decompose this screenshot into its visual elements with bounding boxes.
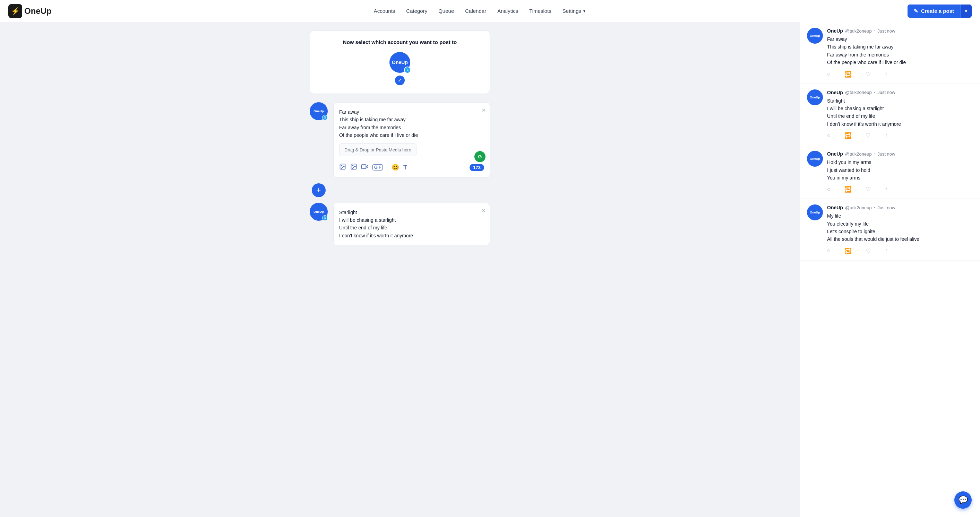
nav-queue[interactable]: Queue <box>438 8 454 14</box>
header: ⚡ OneUp Accounts Category Queue Calendar… <box>0 0 980 22</box>
grammarly-button-1[interactable]: G <box>474 151 485 162</box>
share-action-2[interactable]: ↑ <box>885 132 888 139</box>
preview-avatar-3: OneUp <box>807 151 823 167</box>
nav-category[interactable]: Category <box>406 8 427 14</box>
preview-meta-3: OneUp @talk2oneup · Just now Hold you in… <box>827 151 973 193</box>
post-toolbar-1: GIF 😊 T 173 <box>339 163 484 172</box>
main-content: Now select which account you want to pos… <box>0 22 980 517</box>
post-text-2[interactable]: Starlight I will be chasing a starlight … <box>339 209 484 240</box>
char-count-1: 173 <box>469 164 484 171</box>
preview-name-1: OneUp <box>827 28 843 33</box>
preview-avatar-1: OneUp <box>807 28 823 44</box>
retweet-icon: 🔁 <box>845 71 852 78</box>
post-card-2: × Starlight I will be chasing a starligh… <box>333 203 490 246</box>
retweet-action-4[interactable]: 🔁 <box>845 247 852 255</box>
side-avatar-wrap-2: OneUp 𝕏 <box>310 203 328 246</box>
comment-action-3[interactable]: ○ <box>827 186 830 193</box>
preview-time-1: Just now <box>877 29 895 33</box>
logo[interactable]: ⚡ OneUp <box>8 4 52 18</box>
like-action-2[interactable]: ♡ <box>865 132 871 139</box>
share-action-1[interactable]: ↑ <box>885 71 888 78</box>
comment-icon: ○ <box>827 71 830 77</box>
create-post-icon: ✎ <box>914 8 918 14</box>
preview-actions-2: ○ 🔁 ♡ ↑ <box>827 132 973 139</box>
nav-calendar[interactable]: Calendar <box>465 8 486 14</box>
comment-icon-2: ○ <box>827 132 830 139</box>
like-action-4[interactable]: ♡ <box>865 247 871 255</box>
heart-icon-3: ♡ <box>865 186 871 193</box>
retweet-icon-2: 🔁 <box>845 132 852 139</box>
preview-name-row-4: OneUp @talk2oneup · Just now <box>827 205 973 211</box>
logo-icon: ⚡ <box>8 4 22 18</box>
preview-item-1: OneUp OneUp @talk2oneup · Just now Far a… <box>800 22 980 84</box>
preview-name-2: OneUp <box>827 90 843 95</box>
preview-actions-4: ○ 🔁 ♡ ↑ <box>827 247 973 255</box>
create-post-dropdown-button[interactable]: ▾ <box>960 5 972 17</box>
chat-button[interactable]: 💬 <box>955 492 972 509</box>
preview-name-row-3: OneUp @talk2oneup · Just now <box>827 151 973 157</box>
account-selector-title: Now select which account you want to pos… <box>318 39 481 45</box>
post-close-button-1[interactable]: × <box>482 107 485 114</box>
comment-action-2[interactable]: ○ <box>827 132 830 139</box>
preview-meta-2: OneUp @talk2oneup · Just now Starlight I… <box>827 89 973 140</box>
retweet-action-1[interactable]: 🔁 <box>845 71 852 78</box>
preview-header-4: OneUp OneUp @talk2oneup · Just now My li… <box>807 205 973 255</box>
preview-item-3: OneUp OneUp @talk2oneup · Just now Hold … <box>800 145 980 199</box>
emoji-tool[interactable]: 😊 <box>391 163 399 171</box>
preview-avatar-4: OneUp <box>807 205 823 220</box>
svg-rect-5 <box>362 165 366 169</box>
preview-actions-3: ○ 🔁 ♡ ↑ <box>827 186 973 193</box>
preview-meta-4: OneUp @talk2oneup · Just now My life You… <box>827 205 973 255</box>
like-action-1[interactable]: ♡ <box>865 71 871 78</box>
preview-text-3: Hold you in my arms I just wanted to hol… <box>827 159 973 182</box>
svg-point-1 <box>341 165 342 166</box>
image-tool[interactable] <box>350 163 357 172</box>
side-twitter-badge-2: 𝕏 <box>322 215 328 221</box>
gif-tool[interactable]: GIF <box>372 164 383 170</box>
preview-text-2: Starlight I will be chasing a starlight … <box>827 97 973 128</box>
nav-accounts[interactable]: Accounts <box>374 8 395 14</box>
preview-item-2: OneUp OneUp @talk2oneup · Just now Starl… <box>800 84 980 146</box>
preview-item-4: OneUp OneUp @talk2oneup · Just now My li… <box>800 199 980 260</box>
comment-action-1[interactable]: ○ <box>827 71 830 78</box>
nav-settings[interactable]: Settings ▾ <box>563 8 585 14</box>
heart-icon-4: ♡ <box>865 248 871 254</box>
text-format-tool[interactable]: T <box>403 164 407 171</box>
preview-handle-4: @talk2oneup <box>845 205 872 210</box>
nav-analytics[interactable]: Analytics <box>497 8 518 14</box>
create-post-button[interactable]: ✎ Create a post <box>907 5 960 17</box>
preview-name-row-2: OneUp @talk2oneup · Just now <box>827 89 973 96</box>
selected-check-badge: ✓ <box>395 76 405 85</box>
side-avatar-1: OneUp 𝕏 <box>310 102 328 120</box>
preview-time-2: Just now <box>877 90 895 95</box>
dropdown-chevron-icon: ▾ <box>965 8 967 14</box>
retweet-action-2[interactable]: 🔁 <box>845 132 852 139</box>
post-row-2: OneUp 𝕏 × Starlight I will be chasing a … <box>310 203 490 246</box>
preview-text-1: Far away This ship is taking me far away… <box>827 35 973 67</box>
preview-name-row-1: OneUp @talk2oneup · Just now <box>827 28 973 34</box>
preview-header-1: OneUp OneUp @talk2oneup · Just now Far a… <box>807 28 973 78</box>
nav-timeslots[interactable]: Timeslots <box>529 8 551 14</box>
comment-action-4[interactable]: ○ <box>827 247 830 254</box>
add-post-button[interactable]: + <box>312 183 326 197</box>
retweet-action-3[interactable]: 🔁 <box>845 186 852 193</box>
video-tool[interactable] <box>361 163 368 172</box>
preview-handle-3: @talk2oneup <box>845 151 872 157</box>
svg-point-3 <box>352 165 353 166</box>
like-action-3[interactable]: ♡ <box>865 186 871 193</box>
retweet-icon-4: 🔁 <box>845 248 852 254</box>
post-close-button-2[interactable]: × <box>482 207 485 214</box>
tool-divider <box>387 164 387 171</box>
share-icon-3: ↑ <box>885 186 888 193</box>
account-selector: Now select which account you want to pos… <box>310 30 490 94</box>
preview-header-3: OneUp OneUp @talk2oneup · Just now Hold … <box>807 151 973 193</box>
share-action-3[interactable]: ↑ <box>885 186 888 193</box>
post-text-1[interactable]: Far away This ship is taking me far away… <box>339 108 484 139</box>
image-gallery-tool[interactable] <box>339 163 346 172</box>
preview-actions-1: ○ 🔁 ♡ ↑ <box>827 71 973 78</box>
post-media-drop-1[interactable]: Drag & Drop or Paste Media here <box>339 143 417 156</box>
preview-avatar-2: OneUp <box>807 89 823 105</box>
share-action-4[interactable]: ↑ <box>885 247 888 254</box>
account-avatar-wrap[interactable]: OneUp 𝕏 <box>390 52 410 73</box>
preview-header-2: OneUp OneUp @talk2oneup · Just now Starl… <box>807 89 973 140</box>
